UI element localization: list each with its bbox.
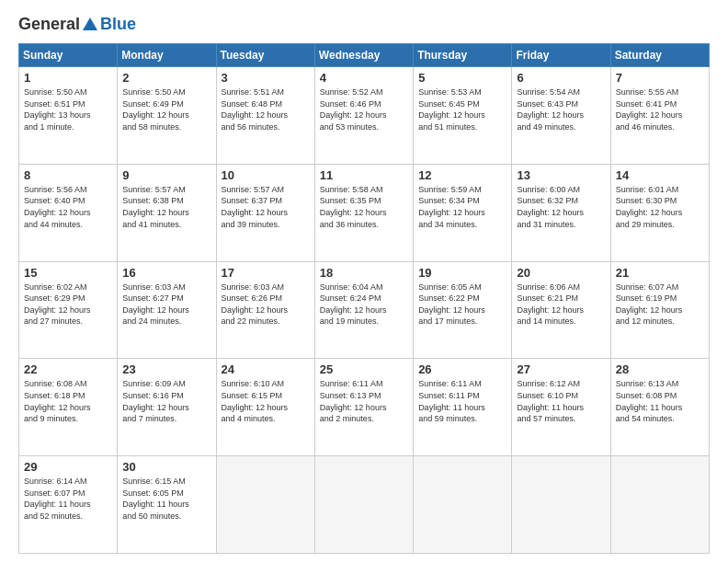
day-number: 30 (122, 460, 210, 474)
day-info: Sunrise: 6:11 AMSunset: 6:11 PMDaylight:… (418, 379, 485, 423)
logo-blue: Blue (100, 15, 136, 34)
day-cell: 17Sunrise: 6:03 AMSunset: 6:26 PMDayligh… (216, 261, 314, 359)
logo-general: General (18, 15, 80, 34)
day-cell (414, 456, 512, 554)
calendar: SundayMondayTuesdayWednesdayThursdayFrid… (18, 43, 710, 554)
day-number: 18 (320, 266, 408, 280)
day-cell: 11Sunrise: 5:58 AMSunset: 6:35 PMDayligh… (314, 164, 413, 261)
day-cell: 4Sunrise: 5:52 AMSunset: 6:46 PMDaylight… (314, 67, 413, 165)
weekday-saturday: Saturday (610, 44, 709, 67)
day-info: Sunrise: 5:58 AMSunset: 6:35 PMDaylight:… (320, 185, 387, 229)
day-cell: 9Sunrise: 5:57 AMSunset: 6:38 PMDaylight… (118, 164, 216, 261)
day-number: 6 (517, 71, 605, 85)
week-row-3: 15Sunrise: 6:02 AMSunset: 6:29 PMDayligh… (19, 261, 710, 359)
weekday-header: SundayMondayTuesdayWednesdayThursdayFrid… (19, 44, 710, 67)
day-number: 5 (418, 71, 506, 85)
day-number: 29 (24, 460, 112, 474)
day-cell: 6Sunrise: 5:54 AMSunset: 6:43 PMDaylight… (512, 67, 610, 165)
day-cell: 19Sunrise: 6:05 AMSunset: 6:22 PMDayligh… (414, 261, 512, 359)
day-info: Sunrise: 6:07 AMSunset: 6:19 PMDaylight:… (616, 282, 683, 327)
day-cell: 23Sunrise: 6:09 AMSunset: 6:16 PMDayligh… (118, 359, 216, 456)
day-cell: 7Sunrise: 5:55 AMSunset: 6:41 PMDaylight… (610, 67, 709, 165)
day-info: Sunrise: 6:10 AMSunset: 6:15 PMDaylight:… (222, 379, 289, 423)
day-info: Sunrise: 6:09 AMSunset: 6:16 PMDaylight:… (122, 379, 189, 423)
day-cell: 14Sunrise: 6:01 AMSunset: 6:30 PMDayligh… (610, 164, 709, 261)
day-cell (216, 456, 314, 554)
logo: General Blue (18, 15, 136, 34)
day-info: Sunrise: 5:51 AMSunset: 6:48 PMDaylight:… (222, 87, 289, 132)
calendar-body: 1Sunrise: 5:50 AMSunset: 6:51 PMDaylight… (19, 67, 710, 554)
day-cell: 10Sunrise: 5:57 AMSunset: 6:37 PMDayligh… (216, 164, 314, 261)
day-number: 17 (222, 266, 310, 280)
day-cell: 18Sunrise: 6:04 AMSunset: 6:24 PMDayligh… (314, 261, 413, 359)
day-info: Sunrise: 6:02 AMSunset: 6:29 PMDaylight:… (24, 282, 91, 327)
day-cell: 2Sunrise: 5:50 AMSunset: 6:49 PMDaylight… (118, 67, 216, 165)
day-cell: 22Sunrise: 6:08 AMSunset: 6:18 PMDayligh… (19, 359, 118, 456)
day-info: Sunrise: 5:53 AMSunset: 6:45 PMDaylight:… (418, 87, 485, 132)
day-info: Sunrise: 5:54 AMSunset: 6:43 PMDaylight:… (517, 87, 584, 132)
day-info: Sunrise: 6:03 AMSunset: 6:26 PMDaylight:… (222, 282, 289, 327)
day-cell: 1Sunrise: 5:50 AMSunset: 6:51 PMDaylight… (19, 67, 118, 165)
day-cell: 20Sunrise: 6:06 AMSunset: 6:21 PMDayligh… (512, 261, 610, 359)
day-info: Sunrise: 5:52 AMSunset: 6:46 PMDaylight:… (320, 87, 387, 132)
header: General Blue (18, 15, 710, 34)
day-number: 28 (616, 362, 704, 376)
day-number: 2 (122, 71, 210, 85)
day-cell: 21Sunrise: 6:07 AMSunset: 6:19 PMDayligh… (610, 261, 709, 359)
day-cell (314, 456, 413, 554)
weekday-friday: Friday (512, 44, 610, 67)
page: General Blue SundayMondayTuesdayWednesda… (0, 0, 728, 563)
day-number: 13 (517, 168, 605, 182)
day-number: 19 (418, 266, 506, 280)
day-number: 1 (24, 71, 112, 85)
day-info: Sunrise: 5:56 AMSunset: 6:40 PMDaylight:… (24, 185, 91, 229)
day-number: 16 (122, 266, 210, 280)
day-number: 11 (320, 168, 408, 182)
weekday-thursday: Thursday (414, 44, 512, 67)
weekday-sunday: Sunday (19, 44, 118, 67)
day-info: Sunrise: 6:00 AMSunset: 6:32 PMDaylight:… (517, 185, 584, 229)
weekday-wednesday: Wednesday (314, 44, 413, 67)
day-info: Sunrise: 5:50 AMSunset: 6:51 PMDaylight:… (24, 87, 91, 132)
week-row-4: 22Sunrise: 6:08 AMSunset: 6:18 PMDayligh… (19, 359, 710, 456)
logo-icon (81, 16, 99, 34)
day-number: 27 (517, 362, 605, 376)
day-number: 9 (122, 168, 210, 182)
day-number: 14 (616, 168, 704, 182)
day-number: 4 (320, 71, 408, 85)
day-cell: 16Sunrise: 6:03 AMSunset: 6:27 PMDayligh… (118, 261, 216, 359)
day-info: Sunrise: 6:08 AMSunset: 6:18 PMDaylight:… (24, 379, 91, 423)
day-info: Sunrise: 6:12 AMSunset: 6:10 PMDaylight:… (517, 379, 584, 423)
day-number: 8 (24, 168, 112, 182)
day-number: 22 (24, 362, 112, 376)
day-info: Sunrise: 6:06 AMSunset: 6:21 PMDaylight:… (517, 282, 584, 327)
day-cell: 28Sunrise: 6:13 AMSunset: 6:08 PMDayligh… (610, 359, 709, 456)
day-number: 15 (24, 266, 112, 280)
day-cell: 27Sunrise: 6:12 AMSunset: 6:10 PMDayligh… (512, 359, 610, 456)
weekday-tuesday: Tuesday (216, 44, 314, 67)
week-row-1: 1Sunrise: 5:50 AMSunset: 6:51 PMDaylight… (19, 67, 710, 165)
day-cell: 15Sunrise: 6:02 AMSunset: 6:29 PMDayligh… (19, 261, 118, 359)
day-number: 26 (418, 362, 506, 376)
day-number: 23 (122, 362, 210, 376)
day-cell: 26Sunrise: 6:11 AMSunset: 6:11 PMDayligh… (414, 359, 512, 456)
day-number: 7 (616, 71, 704, 85)
day-info: Sunrise: 5:57 AMSunset: 6:38 PMDaylight:… (122, 185, 189, 229)
day-info: Sunrise: 6:11 AMSunset: 6:13 PMDaylight:… (320, 379, 387, 423)
day-info: Sunrise: 6:15 AMSunset: 6:05 PMDaylight:… (122, 477, 189, 521)
day-info: Sunrise: 6:05 AMSunset: 6:22 PMDaylight:… (418, 282, 485, 327)
day-number: 25 (320, 362, 408, 376)
week-row-5: 29Sunrise: 6:14 AMSunset: 6:07 PMDayligh… (19, 456, 710, 554)
day-info: Sunrise: 6:13 AMSunset: 6:08 PMDaylight:… (616, 379, 683, 423)
day-info: Sunrise: 6:14 AMSunset: 6:07 PMDaylight:… (24, 477, 91, 521)
day-number: 3 (222, 71, 310, 85)
day-number: 10 (222, 168, 310, 182)
day-number: 24 (222, 362, 310, 376)
day-number: 21 (616, 266, 704, 280)
day-info: Sunrise: 5:57 AMSunset: 6:37 PMDaylight:… (222, 185, 289, 229)
day-info: Sunrise: 5:50 AMSunset: 6:49 PMDaylight:… (122, 87, 189, 132)
day-cell (512, 456, 610, 554)
day-number: 12 (418, 168, 506, 182)
day-cell: 30Sunrise: 6:15 AMSunset: 6:05 PMDayligh… (118, 456, 216, 554)
day-number: 20 (517, 266, 605, 280)
